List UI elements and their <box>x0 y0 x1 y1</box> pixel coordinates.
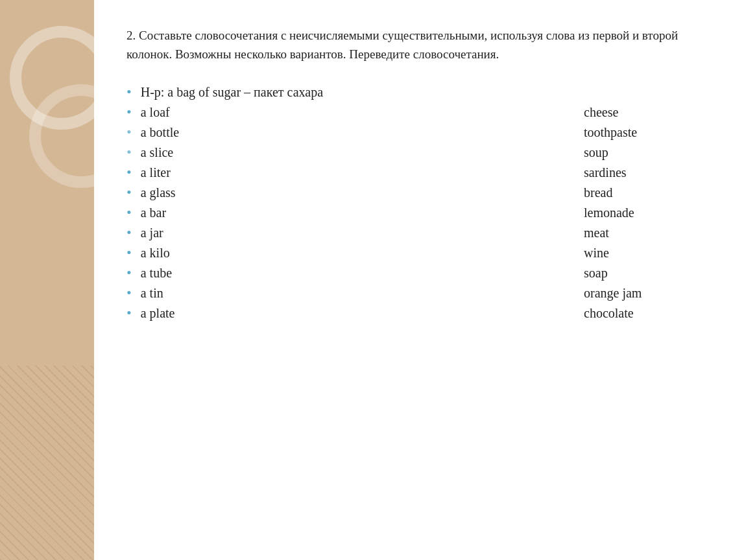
bullet-4: • <box>126 185 132 200</box>
bullet-9: • <box>126 286 132 300</box>
left-text-0: a loaf <box>141 105 361 120</box>
right-text-3: sardines <box>584 165 714 180</box>
left-text-4: a glass <box>141 185 361 200</box>
example-text: Н-р: a bag of sugar – пакет сахара <box>141 85 361 100</box>
left-text-5: a bar <box>141 205 361 220</box>
left-text-3: a liter <box>141 165 361 180</box>
right-text-5: lemonade <box>584 205 714 220</box>
right-text-10: chocolate <box>584 306 714 321</box>
bullet-5: • <box>126 205 132 220</box>
rows-container: •a loafcheese•a bottletoothpaste•a slice… <box>126 102 714 323</box>
exercise-area: • Н-р: a bag of sugar – пакет сахара •a … <box>126 82 714 323</box>
left-text-2: a slice <box>141 145 361 160</box>
left-text-10: a plate <box>141 306 361 321</box>
list-item-4: •a glassbread <box>126 183 714 203</box>
list-item-1: •a bottletoothpaste <box>126 122 714 143</box>
list-item-0: •a loafcheese <box>126 102 714 122</box>
right-text-6: meat <box>584 226 714 240</box>
list-item-3: •a litersardines <box>126 163 714 183</box>
right-text-9: orange jam <box>584 286 714 301</box>
list-item-6: •a jarmeat <box>126 223 714 243</box>
main-content: 2. Составьте словосочетания с неисчисляе… <box>94 0 746 560</box>
right-text-8: soap <box>584 266 714 281</box>
right-text-7: wine <box>584 246 714 261</box>
sidebar-texture <box>0 366 94 560</box>
right-text-4: bread <box>584 185 714 200</box>
right-text-2: soup <box>584 145 714 160</box>
list-item-5: •a barlemonade <box>126 203 714 223</box>
instructions-text: 2. Составьте словосочетания с неисчисляе… <box>126 26 684 64</box>
left-text-6: a jar <box>141 226 361 240</box>
right-text-0: cheese <box>584 105 714 120</box>
bullet-example: • <box>126 85 132 99</box>
left-text-8: a tube <box>141 266 361 281</box>
bullet-7: • <box>126 246 132 260</box>
bullet-6: • <box>126 226 132 240</box>
sidebar <box>0 0 94 560</box>
list-item-9: •a tinorange jam <box>126 283 714 303</box>
list-item-10: •a platechocolate <box>126 303 714 323</box>
left-text-1: a bottle <box>141 125 361 140</box>
left-text-9: a tin <box>141 286 361 301</box>
left-text-7: a kilo <box>141 246 361 261</box>
bullet-8: • <box>126 266 132 280</box>
list-item-8: •a tubesoap <box>126 263 714 283</box>
list-item-7: •a kilowine <box>126 243 714 263</box>
bullet-10: • <box>126 306 132 320</box>
example-row: • Н-р: a bag of sugar – пакет сахара <box>126 82 714 102</box>
bullet-3: • <box>126 165 132 180</box>
right-text-1: toothpaste <box>584 125 714 140</box>
sidebar-circle-2 <box>29 84 133 188</box>
list-item-2: •a slicesoup <box>126 143 714 163</box>
